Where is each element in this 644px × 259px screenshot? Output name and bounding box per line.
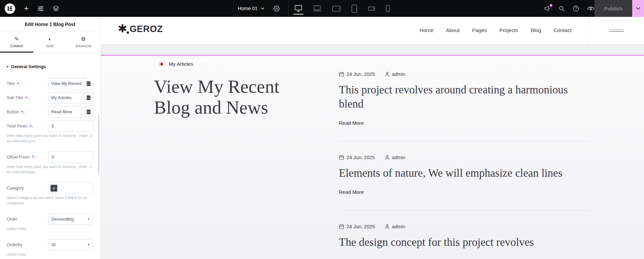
user-icon [385,71,390,77]
read-more-link[interactable]: Read More [339,189,364,195]
structure-navigator-button[interactable] [53,5,59,12]
document-name: Home 01 [238,6,258,11]
gear-icon [273,5,280,12]
offset-posts-input[interactable] [48,151,93,163]
section-heading: View My RecentBlog and News [154,76,316,118]
add-category-button[interactable]: + [51,185,57,192]
device-laptop-button[interactable] [313,0,322,17]
gear-icon: ⚙ [81,36,86,42]
category-field-label: Category [7,186,48,191]
order-select[interactable]: Descending ▼ [48,213,93,225]
nav-link-blog[interactable]: Blog [531,27,541,33]
topbar-divider [288,0,289,17]
calendar-icon [339,224,344,229]
post-date: 24 Jun, 2025 [347,71,375,77]
add-element-button[interactable]: + [24,4,29,12]
button-text-input[interactable] [49,107,84,117]
eye-icon [587,5,594,11]
orderby-select[interactable]: ID ▼ [48,239,93,251]
nav-link-contact[interactable]: Contact [554,27,572,33]
orderby-description: select order [7,252,93,257]
elementor-logo-button[interactable] [5,3,15,14]
dynamic-tags-button[interactable] [84,78,93,89]
post-item: 24 Jun, 2025 admin This project revolves… [339,71,590,141]
panel-tabs: ✎ Content ◐ Style ⚙ Advanced [0,32,100,53]
help-button[interactable] [573,5,579,12]
title-input[interactable] [49,78,84,89]
panel-title: Edit Home 1 Blog Post [25,22,75,27]
calendar-icon [339,71,344,77]
site-logo[interactable]: ✱ GEROZ [118,24,163,35]
database-icon [87,95,91,100]
topbar-divider [233,0,234,17]
post-meta: 24 Jun, 2025 admin [339,71,590,77]
tab-content[interactable]: ✎ Content [0,32,33,52]
device-mobile-landscape-button[interactable] [368,0,375,17]
laptop-icon [313,5,322,12]
device-desktop-button[interactable] [294,0,302,17]
general-settings-accordion[interactable]: ▾ General Settings [7,64,93,69]
chevron-down-icon [636,7,640,10]
help-icon [573,5,579,12]
post-author[interactable]: admin [392,71,406,77]
total-posts-field-label: Total Posts ✦✦ [7,124,48,128]
device-mobile-portrait-button[interactable] [386,0,390,17]
tablet-landscape-icon [332,5,341,12]
order-description: select order [7,226,93,232]
nav-link-pages[interactable]: Pages [472,27,487,33]
post-item: 24 Jun, 2025 admin Elements of nature, W… [339,155,590,210]
order-field-label: Order [7,217,48,222]
category-select[interactable]: + [48,182,93,194]
total-posts-input[interactable] [48,120,93,132]
post-title[interactable]: Elements of nature, We will emphasize cl… [339,166,590,180]
widget-settings-panel: Edit Home 1 Blog Post ✎ Content ◐ Style … [0,17,100,259]
database-icon [87,110,91,114]
sub-title-input[interactable] [49,92,84,103]
caret-down-icon: ▼ [87,243,90,246]
ai-sparkle-icon[interactable]: ✦✦ [16,82,21,85]
logo-dot [127,31,129,34]
post-date: 24 Jun, 2025 [347,155,375,160]
dynamic-tags-button[interactable] [84,92,93,103]
page-preview-canvas: ✱ GEROZ Home About Pages Projects Blog C… [101,17,644,259]
calendar-icon [339,155,344,160]
nav-link-projects[interactable]: Projects [500,27,518,33]
document-switcher[interactable]: Home 01 [238,0,264,17]
read-more-link[interactable]: Read More [339,120,364,126]
post-date: 24 Jun, 2025 [347,224,375,229]
post-author[interactable]: admin [392,224,406,229]
tab-advanced[interactable]: ⚙ Advanced [67,32,100,52]
site-header: ✱ GEROZ Home About Pages Projects Blog C… [101,17,644,44]
tab-style[interactable]: ◐ Style [33,32,67,52]
site-logo-text: GEROZ [130,24,163,34]
publish-options-button[interactable] [632,0,644,17]
ai-sparkle-icon[interactable]: ✦✦ [21,110,25,114]
panel-header: Edit Home 1 Blog Post [0,17,100,32]
post-meta: 24 Jun, 2025 admin [339,224,590,229]
post-title[interactable]: The design concept for this project revo… [339,235,590,250]
button-field-label: Button ✦✦ [7,110,48,114]
nav-link-home[interactable]: Home [420,27,433,33]
preview-changes-button[interactable] [587,5,594,11]
menu-toggle-button[interactable] [589,17,644,44]
ai-sparkle-icon[interactable]: ✦✦ [31,155,36,159]
document-settings-button[interactable] [273,0,280,17]
sub-title-field-label: Sub Title ✦✦ [7,95,48,100]
ai-sparkle-icon[interactable]: ✦✦ [25,96,30,99]
dynamic-tags-button[interactable] [84,107,93,117]
ai-sparkle-icon[interactable]: ✦✦ [29,124,34,128]
finder-search-button[interactable] [558,5,565,12]
device-tablet-landscape-button[interactable] [332,0,341,17]
post-title[interactable]: This project revolves around creating a … [339,83,590,111]
post-author[interactable]: admin [392,155,406,160]
subtitle-chip[interactable]: My Articles [155,58,200,70]
whats-new-button[interactable] [544,5,551,12]
device-tablet-portrait-button[interactable] [351,0,357,17]
chevron-down-icon [261,7,264,10]
site-settings-sliders-button[interactable] [37,5,44,12]
nav-link-about[interactable]: About [446,27,460,33]
desktop-icon [294,5,302,12]
panel-scrollbar[interactable] [98,115,99,175]
publish-button[interactable]: Publish [594,0,632,17]
sliders-icon [37,5,44,12]
